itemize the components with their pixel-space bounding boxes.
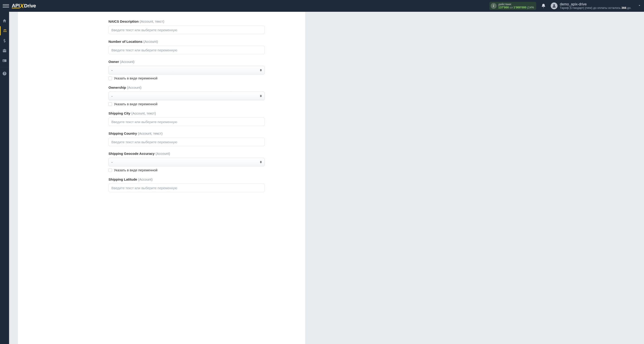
field-naics-description: NAICS Description (Account, текст) xyxy=(108,19,294,34)
shipping-country-input[interactable] xyxy=(108,138,265,146)
info-icon: i xyxy=(491,3,496,9)
field-hint: (Account, текст) xyxy=(131,111,156,115)
shipping-city-input[interactable] xyxy=(108,117,265,126)
field-label: Owner xyxy=(108,60,119,64)
briefcase-icon xyxy=(2,48,7,53)
number-of-locations-input[interactable] xyxy=(108,46,265,54)
id-card-icon xyxy=(2,58,7,63)
user-name: demo_apix-drive xyxy=(560,2,631,6)
field-label: Shipping Country xyxy=(108,131,137,135)
nav-connections[interactable] xyxy=(0,26,9,35)
nav-billing[interactable] xyxy=(0,36,9,45)
owner-select[interactable]: - xyxy=(108,66,265,74)
shipping-geocode-select[interactable]: - xyxy=(108,158,265,166)
field-hint: (Account) xyxy=(143,40,158,43)
actions-pct: (14% xyxy=(527,6,534,9)
field-owner: Owner (Account) - Указать в виде перемен… xyxy=(108,60,294,80)
shipping-geocode-as-variable[interactable]: Указать в виде переменной xyxy=(108,168,294,172)
checkbox-label: Указать в виде переменной xyxy=(114,168,158,172)
field-ownership: Ownership (Account) - Указать в виде пер… xyxy=(108,85,294,106)
checkbox-label: Указать в виде переменной xyxy=(114,76,158,80)
form-card: NAICS Description (Account, текст) Numbe… xyxy=(18,12,305,344)
field-hint: (Account, текст) xyxy=(138,131,162,135)
menu-toggle[interactable] xyxy=(3,3,9,9)
checkbox-label: Указать в виде переменной xyxy=(114,102,158,106)
field-number-of-locations: Number of Locations (Account) xyxy=(108,40,294,54)
ownership-as-variable[interactable]: Указать в виде переменной xyxy=(108,102,294,106)
owner-as-variable-checkbox[interactable] xyxy=(108,76,112,80)
field-label: Shipping Latitude xyxy=(108,177,137,181)
owner-as-variable[interactable]: Указать в виде переменной xyxy=(108,76,294,80)
field-hint: (Account) xyxy=(156,152,170,155)
field-hint: (Account) xyxy=(138,177,152,181)
field-hint: (Account, текст) xyxy=(140,19,164,23)
actions-text: действия: 137'000 из 1'000'000 (14% xyxy=(498,3,534,9)
field-label: Number of Locations xyxy=(108,40,142,43)
chevron-down-icon xyxy=(638,3,641,8)
actions-counter[interactable]: i действия: 137'000 из 1'000'000 (14% xyxy=(489,2,536,10)
ownership-as-variable-checkbox[interactable] xyxy=(108,102,112,106)
field-label: Shipping City xyxy=(108,111,130,115)
actions-of: из xyxy=(510,6,513,9)
logo-x: X xyxy=(19,2,24,9)
field-shipping-geocode: Shipping Geocode Accuracy (Account) - Ук… xyxy=(108,152,294,172)
field-shipping-latitude: Shipping Latitude (Account) xyxy=(108,177,294,192)
page: NAICS Description (Account, текст) Numbe… xyxy=(9,0,644,344)
bell-icon xyxy=(541,3,546,8)
field-label: Shipping Geocode Accuracy xyxy=(108,152,155,155)
nav-help[interactable] xyxy=(0,69,9,78)
notifications-button[interactable] xyxy=(540,2,547,9)
field-shipping-country: Shipping Country (Account, текст) xyxy=(108,131,294,146)
nav-contacts[interactable] xyxy=(0,56,9,65)
question-icon xyxy=(2,71,7,76)
nav-toolbox[interactable] xyxy=(0,46,9,55)
ownership-select[interactable]: - xyxy=(108,92,265,100)
topbar: APIXDrive i действия: 137'000 из 1'000'0… xyxy=(0,0,644,12)
shipping-latitude-input[interactable] xyxy=(108,184,265,192)
actions-used: 137'000 xyxy=(498,6,509,9)
nav-home[interactable] xyxy=(0,16,9,25)
field-shipping-city: Shipping City (Account, текст) xyxy=(108,111,294,126)
home-icon xyxy=(2,18,7,23)
left-gutter xyxy=(9,12,18,344)
plan-prefix: Тариф |Стандарт| (new) до оплаты осталос… xyxy=(560,6,621,9)
actions-total: 1'000'000 xyxy=(514,6,526,9)
field-hint: (Account) xyxy=(120,60,134,64)
field-label: Ownership xyxy=(108,85,126,89)
plan-suffix: дн. xyxy=(626,6,631,9)
dollar-icon xyxy=(2,38,7,43)
logo-drive: Drive xyxy=(24,3,36,9)
naics-description-input[interactable] xyxy=(108,25,265,34)
logo-api: API xyxy=(12,3,20,8)
field-label: NAICS Description xyxy=(108,19,138,23)
sidebar xyxy=(0,12,9,344)
actions-label: действия: xyxy=(498,3,534,6)
logo[interactable]: APIXDrive xyxy=(12,2,36,9)
sitemap-icon xyxy=(3,28,7,33)
plan-days: 366 xyxy=(621,6,626,9)
shipping-geocode-as-variable-checkbox[interactable] xyxy=(108,168,112,172)
user-menu[interactable]: demo_apix-drive Тариф |Стандарт| (new) д… xyxy=(551,2,641,9)
avatar-icon xyxy=(551,2,558,9)
user-text: demo_apix-drive Тариф |Стандарт| (new) д… xyxy=(560,2,631,9)
field-hint: (Account) xyxy=(127,85,142,89)
